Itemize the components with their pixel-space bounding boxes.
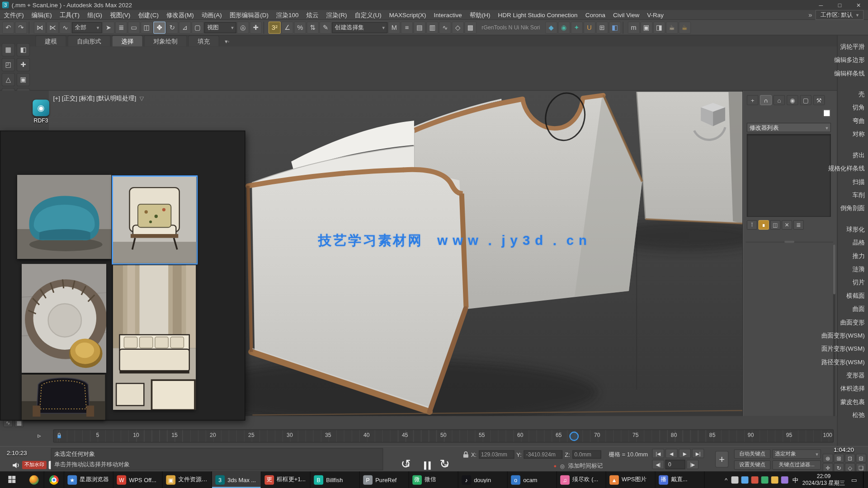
modify-tab-icon[interactable]: ∩ xyxy=(760,95,772,105)
select-by-name-icon[interactable]: ≣ xyxy=(115,21,127,33)
target-icon[interactable]: ◎ xyxy=(560,463,565,469)
pause-button[interactable] xyxy=(424,461,431,469)
maximize-button[interactable]: □ xyxy=(830,0,849,10)
modifier-stack-list[interactable] xyxy=(747,134,831,217)
object-color-swatch[interactable] xyxy=(823,109,830,117)
configure-modifier-sets-button[interactable]: ≣ xyxy=(793,220,804,230)
modifier-button-晶格[interactable]: 晶格 xyxy=(838,236,868,249)
render-vray-icon[interactable]: ☕ xyxy=(679,21,691,33)
modifier-button-切片[interactable]: 切片 xyxy=(838,276,868,289)
pin-stack-button[interactable]: ⊺ xyxy=(747,220,757,230)
left-tool-icon-5[interactable]: △ xyxy=(2,73,15,86)
unlink-selection-icon[interactable]: ⋉ xyxy=(47,21,59,33)
modifier-button-变形器[interactable]: 变形器 xyxy=(838,369,868,382)
reference-image-blue-sofa[interactable] xyxy=(17,175,111,259)
current-frame-field[interactable]: 0 xyxy=(665,460,685,469)
coordinate-lock-icon[interactable] xyxy=(463,451,469,458)
hdr-light-studio-icon[interactable]: ◆ xyxy=(545,21,557,33)
tray-expand-icon[interactable]: ^ xyxy=(725,476,727,483)
key-previous-button[interactable]: ◀| xyxy=(652,460,664,469)
toggle-ribbon-icon[interactable]: ▥ xyxy=(426,21,439,33)
taskbar-item-WPS图片[interactable]: ▲WPS图片 xyxy=(606,471,656,488)
reference-image-beige-armchair[interactable] xyxy=(113,177,197,263)
menu-item-5[interactable]: 创建(C) xyxy=(134,9,163,19)
angle-snap-toggle-icon[interactable]: ∠ xyxy=(281,21,293,33)
time-slider-track[interactable]: 0510152025303540455055606570758085909510… xyxy=(53,429,834,442)
menu-item-3[interactable]: 组(G) xyxy=(84,9,106,19)
ribbon-tab-填充[interactable]: 填充 xyxy=(188,35,219,46)
utilities-tab-icon[interactable]: ⚒ xyxy=(813,95,825,105)
modifier-button-横截面[interactable]: 横截面 xyxy=(838,289,868,302)
remove-modifier-button[interactable]: ✕ xyxy=(782,220,792,230)
modifier-button-编辑样条线[interactable]: 编辑样条线 xyxy=(838,66,868,80)
notification-center-icon[interactable]: ▭ xyxy=(849,476,859,483)
viewport-label[interactable]: [+] [正交] [标准] [默认明暗处理] ▽ xyxy=(53,94,144,102)
select-and-link-icon[interactable]: ⋈ xyxy=(34,21,46,33)
select-and-manipulate-icon[interactable]: ✚ xyxy=(250,21,262,33)
zoom-all-icon[interactable]: ⊞ xyxy=(834,454,844,463)
y-coordinate-field[interactable]: -3410.924m xyxy=(524,450,563,459)
tray-icon-5[interactable] xyxy=(771,476,778,483)
funnel-icon[interactable]: ▽ xyxy=(140,95,144,101)
align-icon[interactable]: ≡ xyxy=(401,21,413,33)
taskbar-item-框框更+1...[interactable]: 更框框更+1... xyxy=(261,471,311,488)
add-time-tag[interactable]: 添加时间标记 xyxy=(568,462,603,469)
menu-item-10[interactable]: 炫云 xyxy=(302,9,322,19)
undo-icon[interactable]: ↶ xyxy=(2,21,14,33)
menu-item-11[interactable]: 渲染(R) xyxy=(322,9,351,19)
modifier-button-弯曲[interactable]: 弯曲 xyxy=(838,114,868,127)
menu-item-0[interactable]: 文件(F) xyxy=(0,9,28,19)
zoom-icon[interactable]: ⊕ xyxy=(823,454,833,463)
modifier-button-曲面[interactable]: 曲面 xyxy=(838,302,868,315)
x-coordinate-field[interactable]: 129.03mm xyxy=(479,450,514,459)
left-tool-icon-4[interactable]: ✚ xyxy=(17,58,30,71)
modifier-button-倒角剖面[interactable]: 倒角剖面 xyxy=(838,202,868,215)
menu-item-4[interactable]: 视图(V) xyxy=(106,9,134,19)
make-unique-button[interactable]: ◫ xyxy=(770,220,780,230)
modifier-button-对称[interactable]: 对称 xyxy=(838,127,868,141)
record-dot-icon[interactable]: ● xyxy=(553,463,557,469)
field-of-view-icon[interactable]: ◇ xyxy=(845,463,855,472)
start-button[interactable] xyxy=(0,471,24,488)
orbit-icon[interactable]: ↻ xyxy=(834,463,844,472)
rectangular-selection-region-icon[interactable]: ▭ xyxy=(128,21,140,33)
menu-item-8[interactable]: 图形编辑器(D) xyxy=(226,9,272,19)
reference-image-living-room[interactable] xyxy=(113,265,196,410)
reference-image-window[interactable] xyxy=(0,131,245,421)
minimize-button[interactable]: ─ xyxy=(811,0,830,10)
taskbar-item-browser[interactable] xyxy=(24,471,44,488)
modifier-button-涟漪[interactable]: 涟漪 xyxy=(838,262,868,275)
tray-icon-2[interactable] xyxy=(741,476,749,483)
modifier-button-涡轮平滑[interactable]: 涡轮平滑 xyxy=(838,40,868,53)
schematic-view-icon[interactable]: ◇ xyxy=(452,21,464,33)
window-crossing-toggle-icon[interactable]: ◫ xyxy=(141,21,153,33)
left-tool-icon-2[interactable]: ◧ xyxy=(17,43,30,56)
menu-item-6[interactable]: 修改器(M) xyxy=(163,9,198,19)
taskbar-item-戴直...[interactable]: 播戴直... xyxy=(656,471,705,488)
taskbar-item-douyin[interactable]: ♪douyin xyxy=(458,471,508,488)
taskbar-item-文件资源管...[interactable]: ▣文件资源管... xyxy=(163,471,212,488)
ribbon-config-icon[interactable]: ▾◦ xyxy=(225,38,230,44)
viewport-label-text[interactable]: [+] [正交] [标准] [默认明暗处理] xyxy=(53,94,137,102)
workspace-selector[interactable]: 工作区: 默认 ▾ xyxy=(816,9,863,19)
hierarchy-tab-icon[interactable]: ⌂ xyxy=(774,95,785,105)
taskbar-item-3ds Max ...[interactable]: 33ds Max ... xyxy=(212,471,261,488)
modifier-button-松弛[interactable]: 松弛 xyxy=(838,408,868,422)
no-watermark-badge[interactable]: 不加水印 xyxy=(22,461,47,469)
menu-item-13[interactable]: MAXScript(X) xyxy=(385,9,430,19)
key-next-button[interactable]: |▶ xyxy=(686,460,698,469)
menu-item-17[interactable]: Corona xyxy=(581,9,609,19)
ribbon-tab-对象绘制[interactable]: 对象绘制 xyxy=(144,35,187,46)
skip-back-button[interactable]: ↺ 10 xyxy=(401,459,415,472)
modifier-button-曲面变形(WSM)[interactable]: 曲面变形(WSM) xyxy=(838,328,868,342)
previous-frame-button[interactable]: ◀ xyxy=(665,449,678,458)
z-coordinate-field[interactable]: 0.0mm xyxy=(572,450,601,459)
menu-item-16[interactable]: HDR Light Studio Connection xyxy=(494,9,581,19)
rendered-frame-window-icon[interactable]: ◨ xyxy=(653,21,665,33)
speaker-icon[interactable] xyxy=(12,462,20,469)
curve-editor-icon[interactable]: ∿ xyxy=(439,21,451,33)
track-bar-arrow-icon[interactable]: ▹ xyxy=(38,432,41,439)
taskbar-item-星愿浏览器[interactable]: ★星愿浏览器 xyxy=(64,471,113,488)
modifier-button-车削[interactable]: 车削 xyxy=(838,188,868,201)
maximize-viewport-toggle-icon[interactable]: ❏ xyxy=(856,463,866,472)
